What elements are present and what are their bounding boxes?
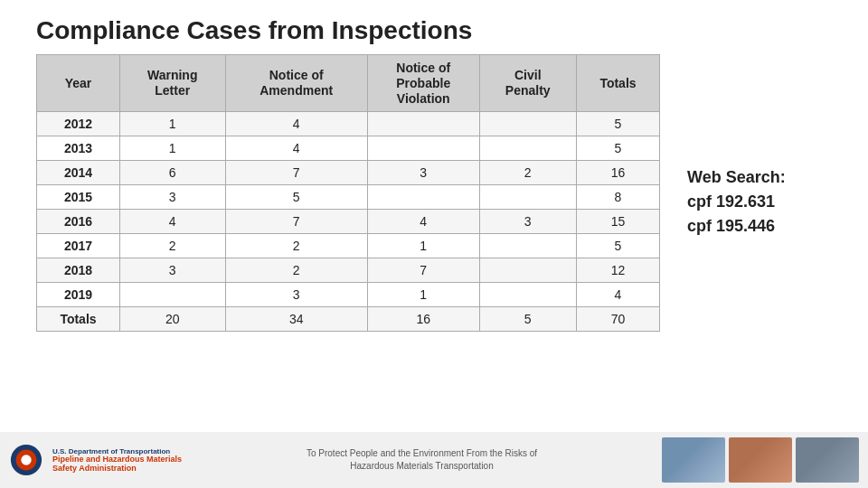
footer-agency: U.S. Department of Transportation Pipeli… [52,447,182,474]
table-row: 2012145 [37,112,660,136]
cell-r8-c2: 34 [225,307,367,332]
cell-r8-c0: Totals [37,307,120,332]
cell-r4-c4: 3 [479,210,576,234]
cell-r2-c1: 6 [119,161,225,185]
cell-r7-c3: 1 [367,283,479,307]
cell-r0-c1: 1 [119,112,225,136]
cpf-2: cpf 195.446 [687,214,832,239]
cell-r7-c5: 4 [576,283,659,307]
cell-r3-c2: 5 [225,185,367,210]
cell-r2-c4: 2 [479,161,576,185]
cell-r4-c1: 4 [119,210,225,234]
cell-r6-c1: 3 [119,258,225,283]
pipe-image [796,437,859,483]
cell-r3-c4 [479,185,576,210]
cell-r1-c2: 4 [225,136,367,161]
table-row: 20172215 [37,234,660,258]
svg-point-2 [21,455,31,465]
cell-r8-c1: 20 [119,307,225,332]
cell-r5-c5: 5 [576,234,659,258]
table-row: 2019314 [37,283,660,307]
cell-r2-c0: 2014 [37,161,120,185]
cell-r0-c3 [367,112,479,136]
col-warning: WarningLetter [119,55,225,112]
cell-r5-c0: 2017 [37,234,120,258]
cell-r1-c0: 2013 [37,136,120,161]
table-row: 2016474315 [37,210,660,234]
table-header-row: Year WarningLetter Notice ofAmendment No… [37,55,660,112]
cell-r4-c0: 2016 [37,210,120,234]
cell-r3-c0: 2015 [37,185,120,210]
cell-r5-c4 [479,234,576,258]
col-civil: CivilPenalty [479,55,576,112]
col-year: Year [37,55,120,112]
side-text-panel: Web Search: cpf 192.631 cpf 195.446 [687,54,832,332]
footer-text-2: Hazardous Materials Transportation [191,460,653,473]
cell-r6-c4 [479,258,576,283]
plane-image [662,437,725,483]
col-totals: Totals [576,55,659,112]
cell-r7-c1 [119,283,225,307]
main-content: Year WarningLetter Notice ofAmendment No… [0,54,868,332]
col-probable: Notice ofProbableViolation [367,55,479,112]
cell-r8-c3: 16 [367,307,479,332]
cpf-1: cpf 192.631 [687,190,832,214]
col-amendment: Notice ofAmendment [225,55,367,112]
cell-r1-c3 [367,136,479,161]
cell-r2-c3: 3 [367,161,479,185]
dot-logo [9,443,43,477]
footer-middle: To Protect People and the Environment Fr… [191,447,653,473]
compliance-table: Year WarningLetter Notice ofAmendment No… [36,54,660,332]
cell-r5-c3: 1 [367,234,479,258]
footer-images [662,437,859,483]
cell-r5-c2: 2 [225,234,367,258]
table-wrapper: Year WarningLetter Notice ofAmendment No… [36,54,660,332]
agency-line2: Safety Administration [52,465,182,474]
cell-r4-c2: 7 [225,210,367,234]
page-title: Compliance Cases from Inspections [0,0,868,54]
table-row: Totals203416570 [37,307,660,332]
cell-r5-c1: 2 [119,234,225,258]
cell-r6-c0: 2018 [37,258,120,283]
cell-r6-c2: 2 [225,258,367,283]
cell-r7-c4 [479,283,576,307]
cell-r7-c0: 2019 [37,283,120,307]
cell-r3-c3 [367,185,479,210]
cell-r1-c4 [479,136,576,161]
table-row: 201832712 [37,258,660,283]
cell-r6-c3: 7 [367,258,479,283]
cell-r8-c5: 70 [576,307,659,332]
cell-r0-c5: 5 [576,112,659,136]
table-row: 2013145 [37,136,660,161]
cell-r7-c2: 3 [225,283,367,307]
table-row: 2015358 [37,185,660,210]
truck-image [729,437,792,483]
cell-r0-c2: 4 [225,112,367,136]
footer-text-1: To Protect People and the Environment Fr… [191,447,653,460]
cell-r1-c5: 5 [576,136,659,161]
cell-r0-c4 [479,112,576,136]
cell-r2-c5: 16 [576,161,659,185]
cell-r8-c4: 5 [479,307,576,332]
cell-r3-c5: 8 [576,185,659,210]
table-row: 2014673216 [37,161,660,185]
cell-r0-c0: 2012 [37,112,120,136]
cell-r3-c1: 3 [119,185,225,210]
cell-r4-c5: 15 [576,210,659,234]
cell-r4-c3: 4 [367,210,479,234]
cell-r1-c1: 1 [119,136,225,161]
cell-r6-c5: 12 [576,258,659,283]
footer: U.S. Department of Transportation Pipeli… [0,432,868,488]
web-search-label: Web Search: [687,165,832,190]
cell-r2-c2: 7 [225,161,367,185]
